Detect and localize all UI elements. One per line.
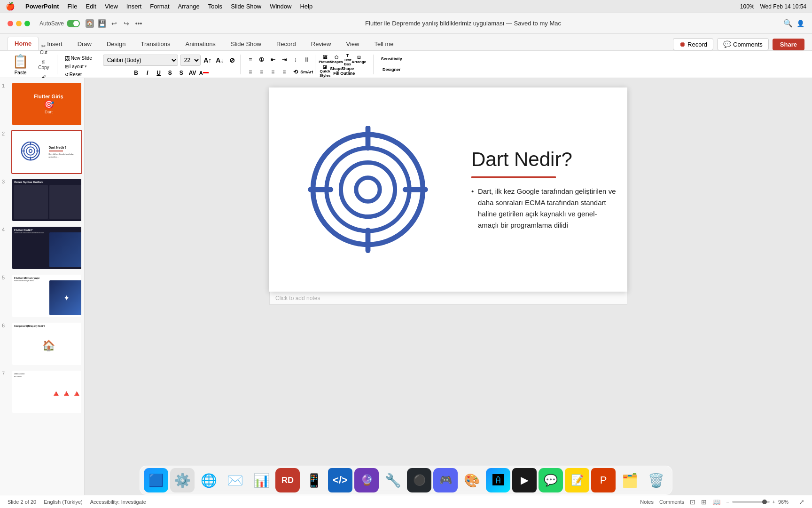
slide-item-7[interactable]: 7 slide content text content 🔺🔺🔺 <box>2 370 82 414</box>
dock-appstore[interactable]: 🅰 <box>486 468 510 492</box>
slide-thumb-7[interactable]: slide content text content 🔺🔺🔺 <box>11 370 82 414</box>
paste-button[interactable]: 📋 Paste <box>8 52 32 77</box>
tab-record[interactable]: Record <box>270 38 303 50</box>
tab-review[interactable]: Review <box>304 38 338 50</box>
autosave-toggle[interactable] <box>67 20 80 27</box>
new-slide-button[interactable]: 🖼 New Slide <box>62 55 95 62</box>
font-size-select[interactable]: 22 <box>180 55 201 66</box>
font-name-select[interactable]: Calibri (Body) <box>103 55 178 66</box>
bullets-button[interactable]: ≡ <box>245 55 256 65</box>
dock-notes[interactable]: 📝 <box>565 468 589 492</box>
notes-area[interactable]: Click to add notes <box>269 292 627 305</box>
dock-archive[interactable]: 🗂️ <box>617 468 642 492</box>
slide-item-4[interactable]: 4 Flutter Nedir? Lorem ipsum text conten… <box>2 226 82 270</box>
dock-rd[interactable]: RD <box>275 468 300 492</box>
undo-icon[interactable]: ↩ <box>110 19 118 28</box>
shape-outline-button[interactable]: Shape Outline <box>343 66 353 76</box>
comments-toggle[interactable]: Comments <box>659 499 684 505</box>
reading-view-icon[interactable]: 📖 <box>712 498 720 506</box>
menu-insert[interactable]: Insert <box>126 3 142 10</box>
dock-visual-studio[interactable]: 🔮 <box>354 468 379 492</box>
decrease-indent-button[interactable]: ⇤ <box>268 55 278 65</box>
slide-thumb-2[interactable]: Dart Nedir? Dart, ilk kez Google tarafın… <box>11 130 82 174</box>
app-name[interactable]: PowerPoint <box>25 3 59 10</box>
underline-button[interactable]: U <box>154 68 164 78</box>
justify-button[interactable]: ≡ <box>279 67 289 77</box>
menu-format[interactable]: Format <box>150 3 169 10</box>
align-right-button[interactable]: ≡ <box>268 67 278 77</box>
record-button[interactable]: ⏺ Record <box>673 38 713 50</box>
share-profile-icon[interactable]: 👤 <box>796 20 804 27</box>
slide-item-1[interactable]: 1 Flutter Giriş 🎯 Dart <box>2 82 82 126</box>
dock-terminal[interactable]: ▶ <box>512 468 537 492</box>
designer-button[interactable]: Designer <box>380 65 404 74</box>
dock-figma[interactable]: 🎨 <box>460 468 484 492</box>
redo-icon[interactable]: ↪ <box>122 19 131 28</box>
grid-view-icon[interactable]: ⊞ <box>701 498 707 506</box>
menu-window[interactable]: Window <box>270 3 291 10</box>
fullscreen-button[interactable] <box>24 21 30 26</box>
dock-whatsapp[interactable]: 💬 <box>539 468 563 492</box>
save-icon[interactable]: 💾 <box>98 19 106 28</box>
layout-button[interactable]: ⊞ Layout ▾ <box>62 63 90 70</box>
share-button[interactable]: Share <box>773 39 804 50</box>
dock-powerpoint[interactable]: P <box>591 468 616 492</box>
menu-edit[interactable]: Edit <box>86 3 96 10</box>
dock-discord[interactable]: 🎮 <box>433 468 458 492</box>
home-icon[interactable]: 🏠 <box>86 19 94 28</box>
text-direction-button[interactable]: ⟲ <box>290 67 301 77</box>
notes-toggle[interactable]: Notes <box>640 499 654 505</box>
tab-animations[interactable]: Animations <box>179 38 222 50</box>
quick-styles-button[interactable]: ◪Quick Styles <box>320 66 330 76</box>
char-spacing-button[interactable]: AV <box>187 68 198 78</box>
normal-view-icon[interactable]: ⊡ <box>690 498 695 506</box>
arrange-button[interactable]: ⊡Arrange <box>354 55 364 65</box>
convert-to-smartart-button[interactable]: SmArt <box>302 67 312 77</box>
slide-item-3[interactable]: 3 Örnek Syntax Kodları <box>2 178 82 222</box>
numbering-button[interactable]: ① <box>257 55 267 65</box>
slide-thumb-1[interactable]: Flutter Giriş 🎯 Dart <box>11 82 82 126</box>
accessibility-status[interactable]: Accessibility: Investigate <box>90 499 146 505</box>
increase-indent-button[interactable]: ⇥ <box>279 55 289 65</box>
sensitivity-button[interactable]: Sensitivity <box>378 55 405 64</box>
slide-thumb-6[interactable]: Component(Bileşen) Nedir? 🏠 <box>11 322 82 366</box>
tab-slideshow[interactable]: Slide Show <box>224 38 268 50</box>
slide-item-6[interactable]: 6 Component(Bileşen) Nedir? 🏠 <box>2 322 82 366</box>
slide-thumb-5[interactable]: Flutter Mimarı yapı: Flutter architectur… <box>11 274 82 318</box>
tab-view[interactable]: View <box>339 38 366 50</box>
dock-simulator[interactable]: 📱 <box>302 468 326 492</box>
align-left-button[interactable]: ≡ <box>245 67 256 77</box>
copy-button[interactable]: ⎘ Copy <box>33 57 54 71</box>
menu-tools[interactable]: Tools <box>208 3 222 10</box>
dock-finder[interactable]: 🟦 <box>144 468 168 492</box>
menu-slideshow[interactable]: Slide Show <box>231 3 261 10</box>
dock-chrome[interactable]: 🌐 <box>196 468 221 492</box>
italic-button[interactable]: I <box>142 68 153 78</box>
close-button[interactable] <box>8 21 13 26</box>
zoom-out-icon[interactable]: − <box>726 499 729 505</box>
dock-system-prefs[interactable]: ⚙️ <box>170 468 195 492</box>
slide-item-2[interactable]: 2 <box>2 130 82 174</box>
tab-transitions[interactable]: Transitions <box>134 38 177 50</box>
font-decrease-button[interactable]: A↓ <box>215 55 225 65</box>
tab-design[interactable]: Design <box>100 38 132 50</box>
shadow-button[interactable]: S <box>176 68 187 78</box>
more-icon[interactable]: ••• <box>134 19 143 28</box>
shapes-button[interactable]: ⬡Shapes <box>331 55 342 65</box>
minimize-button[interactable] <box>16 21 22 26</box>
menu-view[interactable]: View <box>105 3 118 10</box>
dock-trash[interactable]: 🗑️ <box>644 468 668 492</box>
strikethrough-button[interactable]: S <box>165 68 175 78</box>
dock-activity-monitor[interactable]: 📊 <box>249 468 273 492</box>
slide-canvas[interactable]: Dart Nedir? Dart, ilk kez Google tarafın… <box>269 87 627 292</box>
menu-help[interactable]: Help <box>300 3 312 10</box>
tab-draw[interactable]: Draw <box>71 38 98 50</box>
font-increase-button[interactable]: A↑ <box>203 55 213 65</box>
zoom-slider[interactable] <box>732 501 770 503</box>
line-spacing-button[interactable]: ↕ <box>290 55 301 65</box>
align-center-button[interactable]: ≡ <box>257 67 267 77</box>
picture-button[interactable]: 🖼Picture <box>320 55 330 65</box>
slide-item-5[interactable]: 5 Flutter Mimarı yapı: Flutter architect… <box>2 274 82 318</box>
dock-mail[interactable]: ✉️ <box>223 468 247 492</box>
menu-arrange[interactable]: Arrange <box>178 3 200 10</box>
